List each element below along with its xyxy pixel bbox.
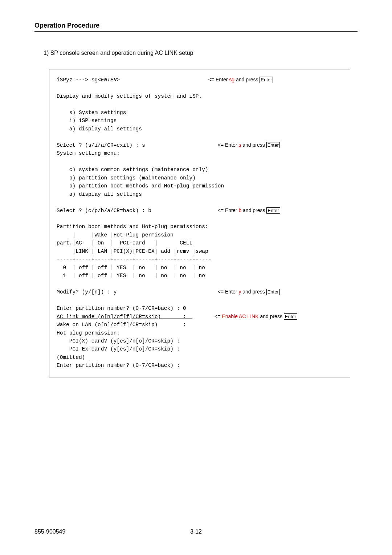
spacer <box>192 314 215 320</box>
line-04: i) iSP settings <box>57 118 117 123</box>
annot-20-pre: <= Enter <box>218 289 239 295</box>
line-15: part.|AC- | On | PCI-card | CELL <box>57 240 192 246</box>
line-08: c) system common settings (maintenance o… <box>57 167 208 173</box>
footer-pagenum: 3-12 <box>34 528 358 535</box>
annot-01-pre: <= Enter <box>208 77 229 82</box>
line-18: 0 | off | off | YES | no | no | no | no <box>57 265 205 271</box>
spacer <box>151 208 218 214</box>
page: Operation Procedure 1) SP console screen… <box>0 0 392 555</box>
line-14: | |Wake |Hot-Plug permission <box>57 232 173 238</box>
line-06a: Select ? (s/i/a/CR=exit) : s <box>57 142 145 148</box>
enter-key-12: Enter <box>266 207 280 214</box>
line-23: Wake on LAN (o[n]/of[f]/CR=skip) : <box>57 322 186 328</box>
section-title: Operation Procedure <box>34 22 358 29</box>
annot-22-key: Enable AC LINK <box>222 313 258 319</box>
annot-01-key: sg <box>229 77 234 82</box>
line-07: System setting menu: <box>57 150 120 156</box>
annot-12-key: b <box>238 207 241 213</box>
line-17: -----+-----+-----+------+------+-----+--… <box>57 256 211 262</box>
line-12a: Select ? (c/p/b/a/CR=back) : b <box>57 208 151 214</box>
line-22a: AC link mode (o[n]/of[f]/CR=skip) : <box>57 314 192 320</box>
enter-key-20: Enter <box>266 289 280 295</box>
line-11: a) display all settings <box>57 191 142 197</box>
line-25: PCI(X) card? (y[es]/n[o]/CR=skip) : <box>57 338 180 344</box>
line-26: PCI-Ex card? (y[es]/n[o]/CR=skip) : <box>57 346 180 352</box>
enter-key-06: Enter <box>266 142 280 149</box>
spacer <box>145 142 218 148</box>
enter-key-01: Enter <box>260 77 273 83</box>
annot-06-post: and press <box>241 142 266 148</box>
line-20a: Modify? (y/[n]) : y <box>57 289 117 295</box>
line-10: b) partition boot methods and Hot-plug p… <box>57 183 224 189</box>
line-24: Hot plug permission: <box>57 330 120 336</box>
console-box: iSPyz:---> sg<ENTER> <= Enter sg and pre… <box>49 69 350 377</box>
line-09: p) partition settings (maintenance only) <box>57 175 196 181</box>
spacer <box>120 77 208 83</box>
spacer <box>117 289 217 295</box>
line-05: a) display all settings <box>57 126 142 132</box>
line-21: Enter partition number? (0-7/CR=back) : … <box>57 305 186 311</box>
title-rule <box>34 31 358 32</box>
enter-key-22: Enter <box>284 313 297 320</box>
annot-06-pre: <= Enter <box>218 142 239 148</box>
intro-number: 1) <box>44 50 49 56</box>
line-27: (Omitted) <box>57 355 85 360</box>
line-16: |LINK | LAN |PCI(X)|PCE-EX| add |remv |s… <box>57 248 208 254</box>
line-28: Enter partition number? (0-7/CR=back) : <box>57 362 180 368</box>
line-01a: iSPyz:---> sg <box>57 77 98 83</box>
footer: 855-900549 3-12 <box>34 528 358 535</box>
annot-12-post: and press <box>241 207 266 213</box>
annot-22-post: and press <box>259 313 284 319</box>
line-13: Partition boot methods and Hot-plug perm… <box>57 224 208 230</box>
line-02: Display and modify settings of system an… <box>57 93 202 99</box>
line-03: s) System settings <box>57 110 126 116</box>
annot-12-pre: <= Enter <box>218 207 239 213</box>
intro-line: 1) SP console screen and operation durin… <box>44 50 358 56</box>
line-19: 1 | off | off | YES | no | no | no | no <box>57 273 205 279</box>
line-01-enter-cmd: <ENTER> <box>98 77 120 83</box>
annot-22-pre: <= <box>215 313 222 319</box>
annot-20-post: and press <box>241 289 266 295</box>
annot-01-post: and press <box>234 77 260 82</box>
intro-text: SP console screen and operation during A… <box>50 50 193 56</box>
